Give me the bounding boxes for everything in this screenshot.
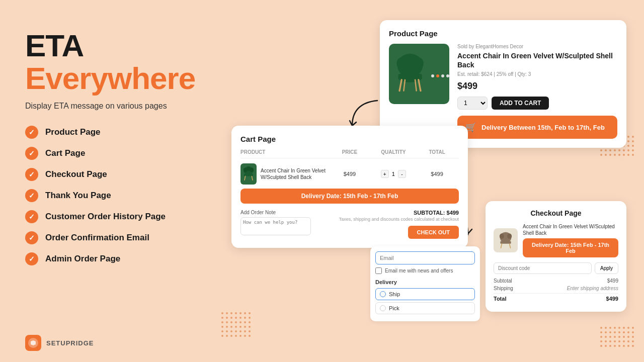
email-checkbox-row: Email me with news and offers [375,267,475,274]
svg-rect-6 [398,74,422,80]
feature-label-order-history: Customer Order History Page [45,212,166,222]
svg-line-17 [252,176,253,180]
brand-logo-icon [25,335,41,351]
subtotal-note: Taxes, shipping and discounts codes calc… [339,217,459,222]
cart-subtotal-area: SUBTOTAL: $499 Taxes, shipping and disco… [339,210,459,239]
checkout-card-title: Checkout Page [494,209,618,217]
checkout-product-row: Accent Chair In Green Velvet W/Sculpted … [494,223,618,257]
subtotal-value: $499 [447,210,459,216]
email-checkbox-label: Email me with news and offers [385,268,453,274]
feature-label-checkout: Checkout Page [45,169,107,179]
feature-product-page: Product Page [25,126,236,139]
cart-qty: + 1 - [371,170,415,178]
summary-total-row: Total $499 [494,293,618,302]
check-icon-cart [25,147,38,160]
pick-radio [380,305,386,311]
feature-thankyou-page: Thank You Page [25,189,236,202]
feature-label-confirmation: Order Confirmation Email [45,233,149,243]
feature-label-product: Product Page [45,127,101,137]
feature-label-thankyou: Thank You Page [45,191,111,201]
check-icon-confirmation [25,231,38,244]
feature-list: Product Page Cart Page Checkout Page Tha… [25,126,236,265]
hero-subtitle: Display ETA message on various pages [25,102,236,111]
cart-table-header: PRODUCT PRICE QUALTITY TOTAL [240,149,459,158]
checkout-product-info: Accent Chair In Green Velvet W/Sculpted … [523,223,618,257]
sold-by: Sold by ElegantHomes Decor [457,44,617,49]
summary-subtotal-label: Subtotal [494,278,512,284]
subtotal-row: SUBTOTAL: $499 [339,210,459,216]
product-price: $499 [457,81,617,92]
qty-plus-button[interactable]: + [381,170,389,178]
checkout-button[interactable]: CHECK OUT [408,226,459,239]
feature-cart-page: Cart Page [25,147,236,160]
checkout-page-card: Checkout Page Accent Chair In Green Velv… [486,201,626,312]
cart-product-cell: Accent Chair In Green Velvet W/Sculpted … [240,163,328,185]
check-icon-thankyou [25,189,38,202]
feature-order-history: Customer Order History Page [25,210,236,223]
qty-value: 1 [392,171,395,177]
apply-button[interactable]: Apply [595,262,618,274]
cart-product-image [240,163,257,185]
svg-line-7 [399,80,401,91]
subtotal-label: SUBTOTAL: [414,210,445,216]
order-note-input[interactable] [240,217,311,235]
svg-rect-21 [500,241,511,244]
check-icon-product [25,126,38,139]
brand-logo-text: SETUPRIDGE [46,339,94,347]
product-delivery-text: Delivery Between 15th, Feb to 17th, Feb [481,124,605,131]
svg-point-14 [247,166,251,171]
cart-price: $499 [328,171,372,177]
qty-select[interactable]: 1 2 3 [457,97,488,110]
discount-input[interactable] [494,262,592,274]
svg-point-4 [405,54,415,66]
dot-pattern-bottom-right: (function(){ const dp = document.querySe… [600,327,634,347]
svg-point-20 [507,233,512,239]
check-icon-checkout [25,168,38,181]
cart-card-title: Cart Page [240,135,459,143]
delivery-pick-option[interactable]: Pick [375,302,475,314]
add-to-cart-button[interactable]: ADD TO CART [492,97,549,110]
summary-subtotal-row: Subtotal $499 [494,278,618,284]
img-dot-2 [436,74,439,77]
summary-total-value: $499 [606,296,618,302]
image-dots [431,74,449,77]
feature-checkout-page: Checkout Page [25,168,236,181]
pick-label: Pick [389,305,399,311]
left-section: ETA Everywhere Display ETA message on va… [25,30,236,265]
feature-label-admin: Admin Order Page [45,254,120,264]
product-name: Accent Chair In Green Velvet W/Sculpted … [457,51,617,69]
svg-line-22 [501,244,502,248]
cart-row: Accent Chair In Green Velvet W/Sculpted … [240,163,459,185]
svg-line-8 [419,80,421,91]
delivery-label: Delivery [375,279,475,285]
img-dot-1 [431,74,434,77]
img-dot-4 [446,74,449,77]
cart-bottom: Add Order Note SUBTOTAL: $499 Taxes, shi… [240,210,459,239]
email-news-checkbox[interactable] [375,267,382,274]
email-input[interactable] [375,251,475,264]
discount-row: Apply [494,262,618,274]
summary-shipping-row: Shipping Enter shipping address [494,286,618,291]
summary-total-label: Total [494,296,506,302]
feature-label-cart: Cart Page [45,148,85,158]
summary-shipping-label: Shipping [494,286,513,291]
svg-line-16 [245,176,246,180]
product-image [389,44,449,104]
summary-shipping-value: Enter shipping address [567,286,618,291]
product-delivery-banner: 🛒 Delivery Between 15th, Feb to 17th, Fe… [457,116,617,139]
ship-label: Ship [389,291,400,297]
qty-minus-button[interactable]: - [398,170,406,178]
brand-logo-area: SETUPRIDGE [25,335,94,351]
eta-title: ETA [25,30,236,61]
product-detail-row: Sold by ElegantHomes Decor Accent Chair … [389,44,617,139]
checkout-email-section: Email me with news and offers Delivery S… [370,246,480,321]
cart-page-card: Cart Page PRODUCT PRICE QUALTITY TOTAL A… [231,126,468,248]
svg-line-23 [510,244,511,248]
col-total: TOTAL [415,149,459,155]
col-product: PRODUCT [240,149,328,155]
feature-confirmation-email: Order Confirmation Email [25,231,236,244]
dot-pattern-bottom-left: (function(){ const dp = document.querySe… [221,312,251,337]
product-card-title: Product Page [389,29,617,38]
delivery-ship-option[interactable]: Ship [375,288,475,300]
summary-subtotal-value: $499 [607,278,618,284]
